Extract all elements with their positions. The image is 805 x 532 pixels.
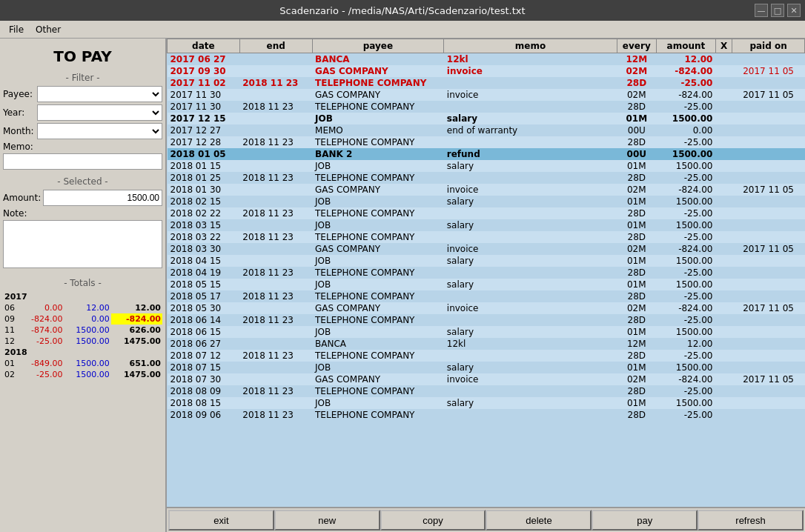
main-layout: TO PAY - Filter - Payee: Year: Month: Me… [0,39,805,532]
totals-month-row: 09-824.000.00-824.00 [3,313,162,325]
totals-month-row: 01-849.001500.00651.00 [3,358,162,369]
table-row[interactable]: 2017 11 30GAS COMPANYinvoice02M-824.0020… [168,89,805,101]
note-textarea[interactable] [3,220,162,268]
table-row[interactable]: 2018 07 122018 11 23TELEPHONE COMPANY28D… [168,350,805,362]
header-amount: amount [656,39,715,53]
copy-button[interactable]: copy [380,510,486,531]
table-container[interactable]: date end payee memo every amount X paid … [167,39,805,507]
data-table: date end payee memo every amount X paid … [167,39,805,421]
year-filter-row: Year: [3,104,162,121]
right-panel: date end payee memo every amount X paid … [167,39,805,532]
totals-month-row: 02-25.001500.001475.00 [3,369,162,380]
header-paidon: paid on [732,39,805,53]
table-row[interactable]: 2018 06 15JOBsalary01M1500.00 [168,326,805,338]
header-every: every [617,39,656,53]
pay-button[interactable]: pay [592,510,698,531]
table-row[interactable]: 2018 08 092018 11 23TELEPHONE COMPANY28D… [168,385,805,397]
table-row[interactable]: 2018 04 192018 11 23TELEPHONE COMPANY28D… [168,267,805,279]
table-row[interactable]: 2017 06 27BANCA12kl12M12.00 [168,53,805,66]
table-row[interactable]: 2018 03 222018 11 23TELEPHONE COMPANY28D… [168,231,805,243]
menubar: File Other [0,21,805,39]
titlebar-title: Scadenzario - /media/NAS/Arti/Scadenzari… [279,5,525,16]
header-end: end [239,39,312,53]
table-row[interactable]: 2017 11 022018 11 23TELEPHONE COMPANY28D… [168,77,805,89]
table-row[interactable]: 2018 05 15JOBsalary01M1500.00 [168,279,805,290]
new-button[interactable]: new [274,510,380,531]
table-row[interactable]: 2018 04 15JOBsalary01M1500.00 [168,255,805,267]
month-select[interactable] [37,123,162,139]
table-row[interactable]: 2018 01 15JOBsalary01M1500.00 [168,160,805,172]
note-row: Note: [3,208,162,268]
table-row[interactable]: 2018 02 222018 11 23TELEPHONE COMPANY28D… [168,207,805,219]
refresh-button[interactable]: refresh [698,510,804,531]
memo-filter-area: Memo: [3,142,162,170]
amount-input[interactable]: 1500.00 [43,190,162,206]
left-panel: TO PAY - Filter - Payee: Year: Month: Me… [0,39,167,532]
table-row[interactable]: 2018 07 15JOBsalary01M1500.00 [168,362,805,373]
window-controls: — □ ✕ [755,4,801,17]
table-row[interactable]: 2018 01 252018 11 23TELEPHONE COMPANY28D… [168,172,805,184]
exit-button[interactable]: exit [168,510,274,531]
totals-label: - Totals - [3,278,162,288]
memo-filter-input[interactable] [3,153,162,170]
table-header-row: date end payee memo every amount X paid … [168,39,805,53]
table-row[interactable]: 2017 09 30GAS COMPANYinvoice02M-824.0020… [168,65,805,77]
minimize-button[interactable]: — [755,4,768,17]
totals-table: 2017060.0012.0012.0009-824.000.00-824.00… [3,291,162,380]
totals-month-row: 11-874.001500.00626.00 [3,325,162,336]
year-select[interactable] [37,104,162,121]
amount-label: Amount: [3,193,40,203]
totals-month-row: 060.0012.0012.00 [3,302,162,313]
note-label: Note: [3,208,162,219]
table-row[interactable]: 2018 01 30GAS COMPANYinvoice02M-824.0020… [168,184,805,196]
header-x: X [715,39,732,53]
menu-other[interactable]: Other [30,23,67,36]
table-row[interactable]: 2018 08 15JOBsalary01M1500.00 [168,397,805,409]
payee-select[interactable] [37,86,162,102]
to-pay-title: TO PAY [3,41,162,68]
table-row[interactable]: 2017 12 282018 11 23TELEPHONE COMPANY28D… [168,136,805,148]
table-row[interactable]: 2018 02 15JOBsalary01M1500.00 [168,196,805,207]
table-row[interactable]: 2018 06 27BANCA12kl12M12.00 [168,338,805,350]
totals-year-row: 2018 [3,347,162,358]
selected-label: - Selected - [3,176,162,187]
filter-label: - Filter - [3,73,162,83]
month-filter-row: Month: [3,123,162,139]
header-memo: memo [444,39,617,53]
header-payee: payee [312,39,444,53]
totals-section: - Totals - 2017060.0012.0012.0009-824.00… [3,273,162,529]
table-row[interactable]: 2018 05 172018 11 23TELEPHONE COMPANY28D… [168,290,805,302]
totals-year-row: 2017 [3,291,162,302]
table-row[interactable]: 2018 05 30GAS COMPANYinvoice02M-824.0020… [168,302,805,314]
table-row[interactable]: 2017 12 27MEMOend of warranty00U0.00 [168,124,805,136]
titlebar: Scadenzario - /media/NAS/Arti/Scadenzari… [0,0,805,21]
table-row[interactable]: 2017 12 15JOBsalary01M1500.00 [168,113,805,124]
close-button[interactable]: ✕ [787,4,801,17]
table-row[interactable]: 2018 01 05BANK 2refund00U1500.00 [168,148,805,160]
menu-file[interactable]: File [3,23,30,36]
header-date: date [168,39,240,53]
month-label: Month: [3,126,34,136]
table-row[interactable]: 2017 11 302018 11 23TELEPHONE COMPANY28D… [168,101,805,113]
totals-month-row: 12-25.001500.001475.00 [3,336,162,347]
maximize-button[interactable]: □ [771,4,784,17]
memo-filter-label: Memo: [3,142,162,152]
table-row[interactable]: 2018 07 30GAS COMPANYinvoice02M-824.0020… [168,373,805,385]
table-row[interactable]: 2018 03 15JOBsalary01M1500.00 [168,219,805,231]
table-row[interactable]: 2018 03 30GAS COMPANYinvoice02M-824.0020… [168,243,805,255]
year-label: Year: [3,107,34,118]
payee-filter-row: Payee: [3,86,162,102]
table-row[interactable]: 2018 06 142018 11 23TELEPHONE COMPANY28D… [168,314,805,326]
bottom-buttons: exit new copy delete pay refresh [167,507,805,532]
payee-label: Payee: [3,89,34,99]
table-row[interactable]: 2018 09 062018 11 23TELEPHONE COMPANY28D… [168,409,805,421]
amount-row: Amount: 1500.00 [3,190,162,206]
delete-button[interactable]: delete [486,510,592,531]
